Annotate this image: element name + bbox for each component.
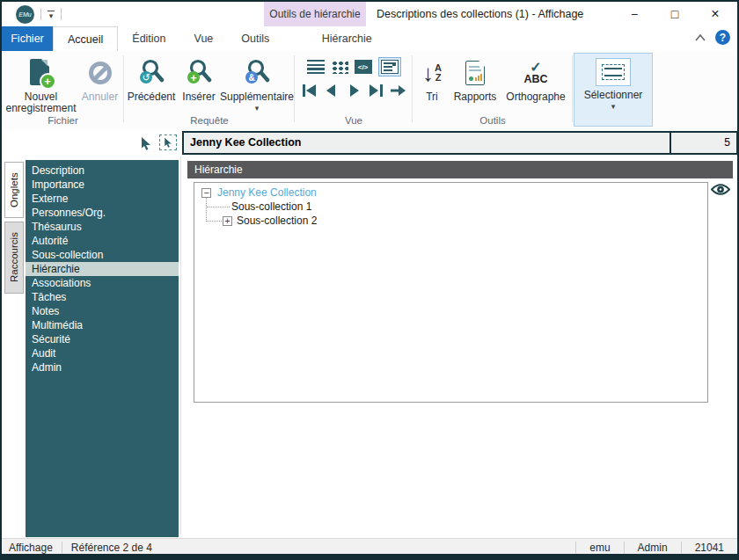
new-record-button[interactable]: + Nouvel enregistrement [4, 55, 78, 114]
ribbon-tab-row: Fichier Accueil Édition Vue Outils Hiéra… [2, 26, 737, 51]
chevron-down-icon: ▾ [611, 103, 616, 110]
help-icon[interactable]: ? [715, 30, 730, 45]
sort-button[interactable]: ↓ AZ Tri [414, 55, 450, 103]
last-record-icon[interactable] [367, 84, 384, 98]
window-title: Descriptions des collections (1) - Affic… [377, 2, 583, 26]
sidebar-item-hierarchie[interactable]: Hiérarchie [26, 262, 179, 276]
next-record-icon[interactable] [345, 84, 362, 98]
emu-logo-icon[interactable]: EMu [16, 5, 34, 24]
previous-query-button[interactable]: ↺ Précédent [125, 55, 178, 103]
select-label: Sélectionner [584, 89, 643, 101]
form-view-icon [381, 60, 399, 74]
insert-query-button[interactable]: + Insérer [178, 55, 220, 103]
list-view-icon[interactable] [307, 60, 325, 74]
status-database: emu [575, 542, 623, 555]
status-mode: Affichage [2, 542, 62, 555]
insert-label: Insérer [182, 91, 215, 103]
maximize-button[interactable]: □ [655, 2, 695, 26]
ribbon-group-outils: ↓ AZ Tri Rapports ✓ [413, 51, 572, 128]
sidebar-item-associations[interactable]: Associations [26, 276, 179, 290]
selection-marquee-icon [596, 58, 631, 86]
status-user: Admin [624, 542, 681, 555]
additional-label: Supplémentaire [220, 91, 294, 103]
sidebar-item-securite[interactable]: Sécurité [26, 332, 179, 346]
cancel-label: Annuler [82, 91, 118, 103]
tab-accueil[interactable]: Accueil [53, 26, 118, 51]
goto-record-icon[interactable] [389, 84, 406, 98]
window-bottom-border [2, 554, 737, 558]
divider [40, 8, 41, 20]
status-record-id: 21041 [681, 542, 737, 555]
tab-outils[interactable]: Outils [227, 26, 283, 51]
collapse-box-icon[interactable]: − [201, 188, 211, 198]
group-label-fichier: Fichier [4, 115, 122, 126]
sidebar-item-audit[interactable]: Audit [26, 346, 179, 360]
tab-edition[interactable]: Édition [118, 26, 179, 51]
panel-splitter[interactable] [180, 156, 181, 535]
sidebar-item-thesaurus[interactable]: Thésaurus [26, 220, 179, 234]
tree-connector [206, 198, 207, 222]
sidebar-item-admin[interactable]: Admin [26, 360, 179, 375]
hierarchy-tree-panel[interactable]: − Jenny Kee Collection Sous-collection 1… [194, 182, 708, 403]
sort-label: Tri [426, 91, 438, 103]
sidebar-item-sous-collection[interactable]: Sous-collection [26, 248, 179, 262]
sidetab-raccourcis[interactable]: Raccourcis [4, 222, 24, 294]
first-record-icon[interactable] [301, 84, 318, 98]
sidetab-onglets[interactable]: Onglets [4, 162, 24, 218]
sidebar-item-externe[interactable]: Externe [26, 192, 179, 206]
report-document-icon [465, 55, 485, 91]
sidebar-item-multimedia[interactable]: Multimédia [26, 318, 179, 332]
select-button[interactable]: Sélectionner ▾ [574, 53, 653, 127]
window-controls: − □ × [614, 2, 735, 26]
marquee-select-icon[interactable] [159, 135, 177, 150]
record-count-field: 5 [669, 131, 738, 155]
tab-vue[interactable]: Vue [180, 26, 228, 51]
tab-fichier[interactable]: Fichier [2, 26, 53, 51]
form-view-selected[interactable] [378, 57, 401, 76]
reports-button[interactable]: Rapports [450, 55, 501, 103]
chevron-down-icon: ▾ [255, 105, 260, 112]
sort-az-icon: ↓ AZ [422, 55, 442, 91]
sidebar-item-importance[interactable]: Importance [26, 178, 179, 192]
record-title-field[interactable]: Jenny Kee Collection [182, 131, 671, 155]
search-additional-icon: & [244, 55, 270, 91]
sidebar-item-taches[interactable]: Tâches [26, 290, 179, 304]
select-cursor-icon[interactable] [139, 136, 153, 150]
view-attachment-eye-icon[interactable] [711, 183, 730, 196]
contextual-tab-header: Outils de hiérarchie [264, 2, 366, 26]
expand-box-icon[interactable]: + [223, 216, 232, 226]
tree-node-child[interactable]: Sous-collection 1 [231, 200, 311, 213]
tree-child-label[interactable]: Sous-collection 1 [231, 200, 311, 213]
close-button[interactable]: × [695, 2, 735, 26]
sidebar-item-description[interactable]: Description [26, 164, 179, 178]
section-header-hierarchie: Hiérarchie [187, 161, 733, 178]
spellcheck-abc-icon: ✓ ABC [523, 55, 547, 91]
svg-text:&: & [248, 73, 254, 83]
grid-view-icon[interactable] [331, 60, 348, 74]
sidebar-item-personnes-org[interactable]: Personnes/Org. [26, 206, 179, 220]
quick-access-dropdown-icon[interactable]: ▾ [48, 11, 55, 18]
ribbon-group-vue: </> Vue [296, 51, 412, 128]
tab-hierarchie[interactable]: Hiérarchie [296, 26, 398, 51]
tree-connector [207, 207, 230, 207]
additional-query-button[interactable]: & Supplémentaire ▾ [220, 55, 294, 112]
spellcheck-button[interactable]: ✓ ABC Orthographe [501, 55, 571, 103]
tree-child-label[interactable]: Sous-collection 2 [237, 215, 317, 227]
svg-text:↺: ↺ [142, 72, 150, 84]
search-insert-icon: + [186, 55, 212, 91]
tree-root-label[interactable]: Jenny Kee Collection [217, 186, 317, 199]
cancel-button[interactable]: Annuler [78, 55, 122, 103]
sidebar-item-notes[interactable]: Notes [26, 304, 179, 318]
tree-node-child[interactable]: + Sous-collection 2 [223, 215, 317, 227]
tree-node-root[interactable]: − Jenny Kee Collection [201, 186, 317, 199]
sidebar-item-autorite[interactable]: Autorité [26, 234, 179, 248]
title-bar: EMu ▾ Outils de hiérarchie Descriptions … [2, 2, 737, 26]
ribbon-group-fichier: + Nouvel enregistrement Annuler Fichier [4, 51, 122, 128]
minimize-button[interactable]: − [614, 2, 655, 26]
app-window: EMu ▾ Outils de hiérarchie Descriptions … [0, 0, 739, 560]
code-view-icon[interactable]: </> [355, 60, 372, 74]
tree-connector [207, 221, 222, 222]
previous-record-icon[interactable] [323, 84, 340, 98]
cancel-icon [89, 55, 112, 91]
collapse-ribbon-icon[interactable] [694, 33, 706, 43]
